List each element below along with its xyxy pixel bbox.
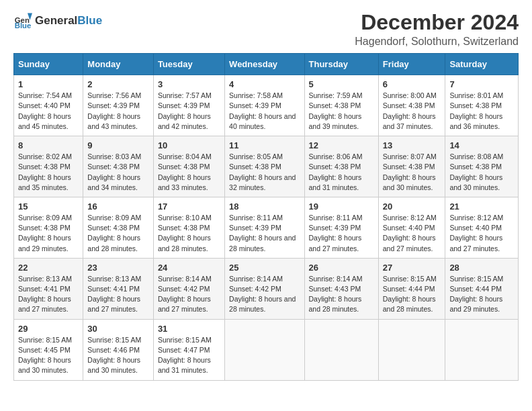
day-number: 14 [449, 140, 514, 150]
calendar-cell: 20Sunrise: 8:12 AMSunset: 4:40 PMDayligh… [378, 197, 445, 258]
calendar-cell: 15Sunrise: 8:09 AMSunset: 4:38 PMDayligh… [14, 197, 83, 258]
calendar-cell: 12Sunrise: 8:06 AMSunset: 4:38 PMDayligh… [304, 136, 378, 197]
day-number: 19 [309, 201, 374, 212]
calendar-cell: 22Sunrise: 8:13 AMSunset: 4:41 PMDayligh… [14, 258, 83, 319]
day-number: 22 [18, 263, 79, 273]
day-info: Sunrise: 8:02 AMSunset: 4:38 PMDaylight:… [18, 152, 79, 193]
calendar-cell: 28Sunrise: 8:15 AMSunset: 4:44 PMDayligh… [445, 258, 519, 319]
calendar-week-2: 8Sunrise: 8:02 AMSunset: 4:38 PMDaylight… [14, 136, 519, 197]
calendar-cell: 18Sunrise: 8:11 AMSunset: 4:39 PMDayligh… [225, 197, 304, 258]
calendar-cell: 31Sunrise: 8:15 AMSunset: 4:47 PMDayligh… [153, 319, 224, 380]
page-title: December 2024 [355, 11, 519, 34]
calendar-cell: 23Sunrise: 8:13 AMSunset: 4:41 PMDayligh… [83, 258, 154, 319]
day-info: Sunrise: 8:01 AMSunset: 4:38 PMDaylight:… [449, 91, 514, 132]
logo: Gen Blue GeneralBlue [13, 11, 102, 30]
calendar-cell: 11Sunrise: 8:05 AMSunset: 4:38 PMDayligh… [225, 136, 304, 197]
day-info: Sunrise: 7:59 AMSunset: 4:38 PMDaylight:… [309, 91, 374, 132]
calendar-cell: 13Sunrise: 8:07 AMSunset: 4:38 PMDayligh… [378, 136, 445, 197]
day-info: Sunrise: 7:58 AMSunset: 4:39 PMDaylight:… [229, 91, 300, 132]
title-block: December 2024 Hagendorf, Solothurn, Swit… [355, 11, 519, 48]
day-info: Sunrise: 8:15 AMSunset: 4:47 PMDaylight:… [158, 335, 220, 376]
calendar-cell [378, 319, 445, 380]
day-info: Sunrise: 8:10 AMSunset: 4:38 PMDaylight:… [158, 213, 220, 254]
calendar-cell: 24Sunrise: 8:14 AMSunset: 4:42 PMDayligh… [153, 258, 224, 319]
day-number: 1 [18, 79, 79, 89]
day-info: Sunrise: 8:15 AMSunset: 4:45 PMDaylight:… [18, 335, 79, 376]
day-number: 9 [87, 140, 149, 150]
calendar-cell [304, 319, 378, 380]
day-info: Sunrise: 8:04 AMSunset: 4:38 PMDaylight:… [158, 152, 220, 193]
day-number: 8 [18, 140, 79, 150]
calendar-cell: 3Sunrise: 7:57 AMSunset: 4:39 PMDaylight… [153, 75, 224, 136]
day-info: Sunrise: 8:15 AMSunset: 4:44 PMDaylight:… [383, 274, 441, 315]
day-number: 4 [229, 79, 300, 89]
col-header-saturday: Saturday [445, 54, 519, 75]
calendar-cell: 4Sunrise: 7:58 AMSunset: 4:39 PMDaylight… [225, 75, 304, 136]
day-info: Sunrise: 8:09 AMSunset: 4:38 PMDaylight:… [18, 213, 79, 254]
day-number: 23 [87, 263, 149, 273]
day-info: Sunrise: 8:15 AMSunset: 4:44 PMDaylight:… [449, 274, 514, 315]
day-info: Sunrise: 8:14 AMSunset: 4:43 PMDaylight:… [309, 274, 374, 315]
calendar-week-4: 22Sunrise: 8:13 AMSunset: 4:41 PMDayligh… [14, 258, 519, 319]
day-info: Sunrise: 8:15 AMSunset: 4:46 PMDaylight:… [87, 335, 149, 376]
calendar-cell: 19Sunrise: 8:11 AMSunset: 4:39 PMDayligh… [304, 197, 378, 258]
col-header-thursday: Thursday [304, 54, 378, 75]
calendar-cell: 10Sunrise: 8:04 AMSunset: 4:38 PMDayligh… [153, 136, 224, 197]
calendar-cell: 21Sunrise: 8:12 AMSunset: 4:40 PMDayligh… [445, 197, 519, 258]
calendar-cell: 14Sunrise: 8:08 AMSunset: 4:38 PMDayligh… [445, 136, 519, 197]
day-info: Sunrise: 8:14 AMSunset: 4:42 PMDaylight:… [229, 274, 300, 315]
logo-icon: Gen Blue [13, 11, 32, 30]
day-info: Sunrise: 8:03 AMSunset: 4:38 PMDaylight:… [87, 152, 149, 193]
col-header-friday: Friday [378, 54, 445, 75]
day-info: Sunrise: 8:00 AMSunset: 4:38 PMDaylight:… [383, 91, 441, 132]
day-number: 15 [18, 201, 79, 212]
day-number: 18 [229, 201, 300, 212]
calendar-table: SundayMondayTuesdayWednesdayThursdayFrid… [13, 53, 519, 380]
day-info: Sunrise: 8:11 AMSunset: 4:39 PMDaylight:… [229, 213, 300, 254]
day-number: 30 [87, 324, 149, 334]
calendar-cell: 6Sunrise: 8:00 AMSunset: 4:38 PMDaylight… [378, 75, 445, 136]
calendar-cell: 7Sunrise: 8:01 AMSunset: 4:38 PMDaylight… [445, 75, 519, 136]
calendar-header-row: SundayMondayTuesdayWednesdayThursdayFrid… [14, 54, 519, 75]
calendar-cell: 29Sunrise: 8:15 AMSunset: 4:45 PMDayligh… [14, 319, 83, 380]
day-number: 17 [158, 201, 220, 212]
day-number: 27 [383, 263, 441, 273]
calendar-cell: 8Sunrise: 8:02 AMSunset: 4:38 PMDaylight… [14, 136, 83, 197]
day-number: 20 [383, 201, 441, 212]
day-number: 24 [158, 263, 220, 273]
calendar-cell: 25Sunrise: 8:14 AMSunset: 4:42 PMDayligh… [225, 258, 304, 319]
day-info: Sunrise: 8:06 AMSunset: 4:38 PMDaylight:… [309, 152, 374, 193]
col-header-wednesday: Wednesday [225, 54, 304, 75]
day-number: 3 [158, 79, 220, 89]
page-header: Gen Blue GeneralBlue December 2024 Hagen… [13, 11, 519, 48]
day-number: 2 [87, 79, 149, 89]
day-info: Sunrise: 7:54 AMSunset: 4:40 PMDaylight:… [18, 91, 79, 132]
day-number: 29 [18, 324, 79, 334]
calendar-cell [225, 319, 304, 380]
calendar-week-3: 15Sunrise: 8:09 AMSunset: 4:38 PMDayligh… [14, 197, 519, 258]
day-info: Sunrise: 8:07 AMSunset: 4:38 PMDaylight:… [383, 152, 441, 193]
day-number: 25 [229, 263, 300, 273]
col-header-sunday: Sunday [14, 54, 83, 75]
calendar-cell: 2Sunrise: 7:56 AMSunset: 4:39 PMDaylight… [83, 75, 154, 136]
calendar-cell: 27Sunrise: 8:15 AMSunset: 4:44 PMDayligh… [378, 258, 445, 319]
day-number: 5 [309, 79, 374, 89]
day-info: Sunrise: 7:57 AMSunset: 4:39 PMDaylight:… [158, 91, 220, 132]
day-number: 21 [449, 201, 514, 212]
calendar-cell: 5Sunrise: 7:59 AMSunset: 4:38 PMDaylight… [304, 75, 378, 136]
col-header-monday: Monday [83, 54, 154, 75]
col-header-tuesday: Tuesday [153, 54, 224, 75]
day-number: 10 [158, 140, 220, 150]
calendar-cell: 26Sunrise: 8:14 AMSunset: 4:43 PMDayligh… [304, 258, 378, 319]
day-number: 6 [383, 79, 441, 89]
day-number: 31 [158, 324, 220, 334]
logo-general: General [35, 14, 77, 27]
calendar-cell: 17Sunrise: 8:10 AMSunset: 4:38 PMDayligh… [153, 197, 224, 258]
day-number: 28 [449, 263, 514, 273]
day-number: 16 [87, 201, 149, 212]
calendar-cell: 1Sunrise: 7:54 AMSunset: 4:40 PMDaylight… [14, 75, 83, 136]
day-number: 7 [449, 79, 514, 89]
logo-blue: Blue [77, 14, 102, 27]
page-subtitle: Hagendorf, Solothurn, Switzerland [355, 36, 519, 48]
day-info: Sunrise: 8:13 AMSunset: 4:41 PMDaylight:… [18, 274, 79, 315]
